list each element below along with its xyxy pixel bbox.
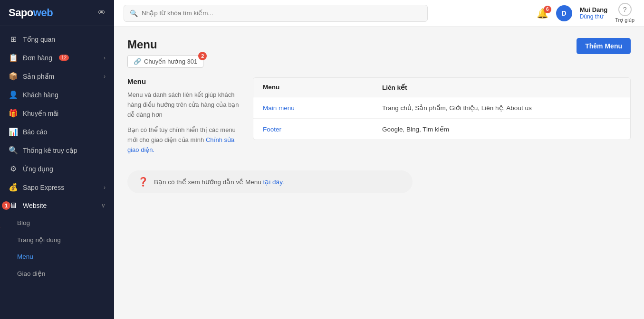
notification-badge: 6 [544, 6, 551, 13]
chevron-right-icon: › [104, 73, 106, 80]
info-panel: Menu Menu và danh sách liên kết giúp khá… [127, 77, 241, 161]
help-hint-bar: ❓ Bạn có thể xem hướng dẫn về Menu tại đ… [127, 170, 413, 193]
logo-brand: Sapoweb [9, 7, 53, 19]
sidebar: Sapoweb 👁 ⊞ Tổng quan 📋 Đơn hàng 12 › 📦 … [0, 0, 114, 319]
sidebar-label: Ứng dụng [23, 165, 53, 173]
menu-table: Menu Liên kết Main menu Trang chủ, Sản p… [253, 77, 631, 140]
home-icon: ⊞ [9, 35, 18, 44]
sidebar-item-menu[interactable]: Menu [0, 248, 114, 265]
sidebar-item-tong-quan[interactable]: ⊞ Tổng quan [0, 30, 114, 48]
tab-label: Chuyển hướng 301 [144, 58, 197, 65]
product-icon: 📦 [9, 72, 18, 81]
eye-icon[interactable]: 👁 [98, 9, 106, 17]
order-badge: 12 [59, 55, 69, 61]
table-row: Footer Google, Bing, Tim kiếm [253, 119, 630, 140]
express-icon: 💰 [9, 183, 18, 192]
page-title: Menu [127, 38, 203, 51]
sidebar-item-trang-noi-dung[interactable]: Trang nội dung [0, 231, 114, 248]
info-title: Menu [127, 77, 241, 85]
page-title-area: Menu 🔗 Chuyển hướng 301 2 [127, 38, 203, 68]
sidebar-item-sapo-express[interactable]: 💰 Sapo Express › [0, 178, 114, 197]
menu-links-footer: Google, Bing, Tim kiếm [382, 125, 621, 133]
report-icon: 📊 [9, 127, 18, 136]
table-row: Main menu Trang chủ, Sản phẩm, Giới thiệ… [253, 97, 630, 119]
sidebar-label: Báo cáo [23, 128, 47, 136]
sidebar-label: Sapo Express [23, 184, 64, 191]
sidebar-label: Khuyến mãi [23, 110, 58, 117]
page-header: Menu 🔗 Chuyển hướng 301 2 Thêm Menu [127, 38, 631, 68]
info-hint: Bạn có thể tùy chỉnh hiển thị các menu m… [127, 125, 241, 155]
sidebar-item-khuyen-mai[interactable]: 🎁 Khuyến mãi [0, 104, 114, 122]
menu-link-main[interactable]: Main menu [263, 104, 382, 112]
topbar: 🔍 🔔 6 D Mui Dang Dùng thử ? Trợ giúp [114, 0, 644, 27]
sidebar-sub-label: Giao diện [17, 270, 45, 277]
step1-badge: 1 [2, 201, 10, 210]
main-area: 🔍 🔔 6 D Mui Dang Dùng thử ? Trợ giúp Men… [114, 0, 644, 319]
content-area: Menu 🔗 Chuyển hướng 301 2 Thêm Menu Menu… [114, 27, 644, 319]
sidebar-label: Khách hàng [23, 91, 58, 99]
sidebar-sub-label: Blog [17, 219, 30, 226]
user-name: Mui Dang [580, 6, 608, 14]
table-header: Menu Liên kết [253, 78, 630, 97]
content-row: Menu Menu và danh sách liên kết giúp khá… [127, 77, 631, 161]
search-input[interactable] [142, 9, 422, 17]
tabs-row: 🔗 Chuyển hướng 301 2 [127, 55, 203, 68]
col1-header: Menu [263, 84, 382, 91]
help-button[interactable]: ? Trợ giúp [615, 3, 634, 23]
promo-icon: 🎁 [9, 109, 18, 118]
info-description: Menu và danh sách liên kết giúp khách hà… [127, 90, 241, 120]
sidebar-logo: Sapoweb 👁 [0, 0, 114, 26]
sidebar-item-ung-dung[interactable]: ⚙ Ứng dụng [0, 160, 114, 178]
customer-icon: 👤 [9, 90, 18, 99]
search-box[interactable]: 🔍 [124, 5, 428, 22]
help-label: Trợ giúp [615, 17, 634, 23]
topbar-right: 🔔 6 D Mui Dang Dùng thử ? Trợ giúp [537, 3, 634, 23]
sidebar-item-san-pham[interactable]: 📦 Sản phẩm › [0, 67, 114, 85]
sidebar-item-thong-ke[interactable]: 🔍 Thống kê truy cập [0, 141, 114, 160]
tab-chuyen-huong[interactable]: 🔗 Chuyển hướng 301 2 [127, 55, 203, 68]
tab-badge: 2 [198, 52, 207, 60]
help-circle-icon: ? [618, 3, 632, 16]
chevron-down-icon: ∨ [101, 202, 106, 209]
sidebar-label: Thống kê truy cập [23, 147, 77, 154]
col2-header: Liên kết [382, 84, 621, 91]
notification-button[interactable]: 🔔 6 [537, 8, 548, 19]
link-icon: 🔗 [134, 58, 141, 65]
sidebar-label: Đơn hàng [23, 54, 52, 62]
search-icon: 🔍 [130, 9, 138, 17]
user-info[interactable]: Mui Dang Dùng thử [580, 6, 608, 20]
hint-text: Bạn có thể xem hướng dẫn về Menu tại đây… [154, 178, 284, 186]
sidebar-label: Tổng quan [23, 36, 55, 43]
sidebar-label: Sản phẩm [23, 73, 54, 80]
app-icon: ⚙ [9, 164, 18, 173]
chevron-right-icon: › [104, 55, 106, 61]
sidebar-nav: ⊞ Tổng quan 📋 Đơn hàng 12 › 📦 Sản phẩm ›… [0, 26, 114, 319]
sidebar-item-giao-dien[interactable]: Giao diện [0, 265, 114, 282]
order-icon: 📋 [9, 53, 18, 62]
sidebar-sub-label: Menu [17, 253, 33, 260]
sidebar-label: Website [23, 202, 47, 209]
hint-link[interactable]: tại đây. [263, 178, 284, 186]
sidebar-item-don-hang[interactable]: 📋 Đơn hàng 12 › [0, 48, 114, 67]
sidebar-item-website[interactable]: 🖥 Website ∨ 1 [0, 197, 114, 215]
add-menu-button[interactable]: Thêm Menu [577, 38, 631, 54]
sidebar-sub-label: Trang nội dung [17, 236, 61, 244]
menu-link-footer[interactable]: Footer [263, 126, 382, 133]
stats-icon: 🔍 [9, 146, 18, 155]
sidebar-item-bao-cao[interactable]: 📊 Báo cáo [0, 122, 114, 141]
sidebar-item-blog[interactable]: Blog [0, 215, 114, 231]
chevron-right-icon: › [104, 184, 106, 191]
avatar[interactable]: D [556, 5, 572, 21]
menu-links-main: Trang chủ, Sản phẩm, Giới thiệu, Liên hệ… [382, 104, 621, 112]
user-trial-label: Dùng thử [580, 13, 608, 20]
question-icon: ❓ [138, 177, 148, 187]
sidebar-item-khach-hang[interactable]: 👤 Khách hàng [0, 85, 114, 104]
